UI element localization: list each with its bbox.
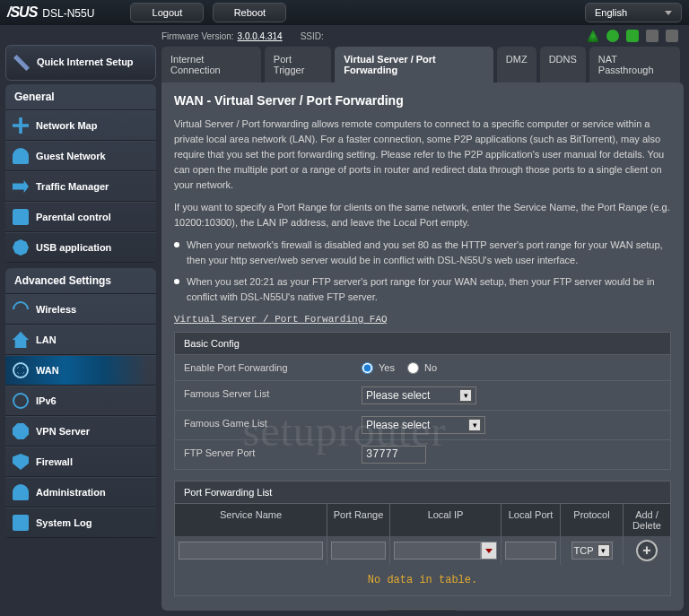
no-data-message: No data in table. xyxy=(175,565,670,595)
sidebar-item-wan[interactable]: WAN xyxy=(5,355,156,386)
tab-nat-passthrough[interactable]: NAT Passthrough xyxy=(589,47,680,82)
enable-pf-yes-label: Yes xyxy=(379,362,395,373)
home-icon xyxy=(13,332,29,348)
local-ip-input[interactable] xyxy=(394,542,481,560)
sidebar-item-usb-application[interactable]: USB application xyxy=(5,232,156,263)
sidebar-item-parental-control[interactable]: Parental control xyxy=(5,202,156,232)
chevron-down-icon xyxy=(485,549,493,553)
add-row-button[interactable]: + xyxy=(636,540,658,561)
pf-table-title: Port Forwarding List xyxy=(175,482,670,504)
bullet-2: When you set 20:21 as your FTP server's … xyxy=(174,274,671,304)
chevron-down-icon: ▾ xyxy=(468,419,481,431)
sidebar-item-administration[interactable]: Administration xyxy=(5,477,156,508)
reboot-button[interactable]: Reboot xyxy=(213,3,286,22)
famous-server-label: Famous Server List xyxy=(175,381,354,410)
th-local-ip: Local IP xyxy=(390,504,501,536)
famous-server-select[interactable]: Please select▾ xyxy=(362,386,476,404)
apply-button[interactable]: Apply xyxy=(385,609,460,611)
tab-internet-connection[interactable]: Internet Connection xyxy=(161,47,261,82)
top-header: /SUS DSL-N55U Logout Reboot English xyxy=(0,0,689,25)
globe-icon xyxy=(13,362,29,378)
ftp-port-label: FTP Server Port xyxy=(175,440,354,469)
intro-paragraph-2: If you want to specify a Port Range for … xyxy=(174,200,671,230)
cloud-icon xyxy=(626,30,639,42)
chevron-down-icon xyxy=(665,11,672,15)
language-label: English xyxy=(595,7,627,18)
enable-pf-no-label: No xyxy=(424,362,437,373)
wifi-icon xyxy=(587,30,599,42)
brand-model: DSL-N55U xyxy=(42,7,94,20)
sidebar-general-title: General xyxy=(5,84,156,110)
tab-dmz[interactable]: DMZ xyxy=(497,47,536,82)
network-icon xyxy=(606,30,619,42)
th-port-range: Port Range xyxy=(327,504,390,536)
sidebar-item-system-log[interactable]: System Log xyxy=(5,508,156,538)
traffic-icon xyxy=(13,178,29,195)
sidebar-item-traffic-manager[interactable]: Traffic Manager xyxy=(5,171,156,202)
lock-icon xyxy=(13,209,29,225)
sidebar-item-wireless[interactable]: Wireless xyxy=(5,294,156,325)
vpn-icon xyxy=(13,423,29,439)
bullet-dot-icon xyxy=(174,242,179,247)
sidebar-item-lan[interactable]: LAN xyxy=(5,325,156,355)
th-local-port: Local Port xyxy=(501,504,561,536)
language-dropdown[interactable]: English xyxy=(585,3,682,22)
logout-button[interactable]: Logout xyxy=(130,3,204,22)
famous-game-select[interactable]: Please select▾ xyxy=(362,416,485,434)
basic-config-panel: Enable Port Forwarding Yes No Famous Ser… xyxy=(174,354,671,470)
intro-paragraph-1: Virtual Server / Port forwarding allows … xyxy=(174,117,671,193)
fw-label: Firmware Version: xyxy=(161,31,234,41)
pf-table-head-row: Service Name Port Range Local IP Local P… xyxy=(175,504,670,536)
log-icon xyxy=(13,515,29,531)
magic-wand-icon xyxy=(13,55,30,71)
brand: /SUS DSL-N55U xyxy=(7,4,94,21)
quick-setup-label: Quick Internet Setup xyxy=(37,56,134,68)
puzzle-icon xyxy=(13,239,29,256)
brand-logo: /SUS xyxy=(7,4,37,21)
sidebar-advanced-section: Advanced Settings Wireless LAN WAN IPv6 … xyxy=(5,268,156,538)
content-panel: WAN - Virtual Server / Port Forwarding V… xyxy=(161,82,684,611)
fw-version-link[interactable]: 3.0.0.4.314 xyxy=(238,31,283,41)
shield-icon xyxy=(13,454,29,470)
enable-pf-yes-radio[interactable] xyxy=(362,362,373,374)
sidebar-general-section: General Network Map Guest Network Traffi… xyxy=(5,84,156,263)
sidebar: Quick Internet Setup General Network Map… xyxy=(5,45,156,543)
ftp-port-input[interactable] xyxy=(362,446,426,464)
bullet-list: When your network's firewall is disabled… xyxy=(174,238,671,304)
tab-ddns[interactable]: DDNS xyxy=(540,47,586,82)
protocol-select[interactable]: TCP▾ xyxy=(571,542,613,560)
tab-port-trigger[interactable]: Port Trigger xyxy=(265,47,331,82)
wireless-icon xyxy=(9,298,31,320)
sidebar-item-ipv6[interactable]: IPv6 xyxy=(5,386,156,416)
th-service: Service Name xyxy=(175,504,327,536)
port-range-input[interactable] xyxy=(331,542,386,560)
local-port-input[interactable] xyxy=(505,542,556,560)
pf-input-row: TCP▾ + xyxy=(175,536,670,565)
page-title: WAN - Virtual Server / Port Forwarding xyxy=(174,93,671,108)
sidebar-item-network-map[interactable]: Network Map xyxy=(5,110,156,141)
tab-virtual-server[interactable]: Virtual Server / Port Forwarding xyxy=(335,47,493,82)
famous-game-label: Famous Game List xyxy=(175,411,354,439)
sidebar-advanced-title: Advanced Settings xyxy=(5,268,156,294)
sidebar-item-guest-network[interactable]: Guest Network xyxy=(5,141,156,171)
local-ip-dropdown[interactable] xyxy=(481,542,497,560)
service-name-input[interactable] xyxy=(179,542,323,560)
lock-icon xyxy=(666,30,678,42)
sidebar-item-firewall[interactable]: Firewall xyxy=(5,447,156,477)
admin-icon xyxy=(13,484,29,500)
th-protocol: Protocol xyxy=(561,504,624,536)
basic-config-header: Basic Config xyxy=(174,332,671,354)
usb-icon xyxy=(646,30,658,42)
faq-link[interactable]: Virtual Server / Port Forwarding FAQ xyxy=(174,314,388,325)
sidebar-item-vpn-server[interactable]: VPN Server xyxy=(5,416,156,447)
network-map-icon xyxy=(13,117,29,134)
bullet-dot-icon xyxy=(174,279,179,284)
th-add-delete: Add / Delete xyxy=(624,504,670,536)
bullet-1: When your network's firewall is disabled… xyxy=(174,238,671,267)
firmware-row: Firmware Version: 3.0.0.4.314 SSID: xyxy=(0,25,689,47)
chevron-down-icon: ▾ xyxy=(459,389,472,402)
quick-internet-setup-button[interactable]: Quick Internet Setup xyxy=(5,45,156,81)
enable-pf-label: Enable Port Forwarding xyxy=(175,355,354,380)
enable-pf-no-radio[interactable] xyxy=(407,362,419,374)
guest-icon xyxy=(13,148,29,164)
